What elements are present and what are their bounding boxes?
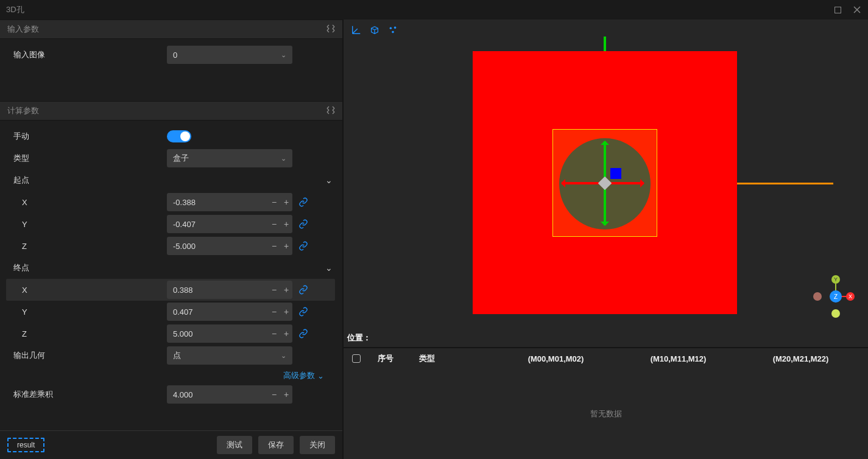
decrement-button[interactable]: − <box>268 219 280 229</box>
stddev-label: 标准差乘积 <box>9 389 167 400</box>
result-pill[interactable]: result <box>7 438 44 452</box>
close-button[interactable]: 关闭 <box>300 436 335 454</box>
axis-z-label: Z <box>9 329 167 338</box>
top-arrow <box>604 37 606 51</box>
advanced-params-link[interactable]: 高级参数 ⌄ <box>6 366 335 384</box>
position-label: 位置： <box>347 332 371 343</box>
manual-label: 手动 <box>9 131 167 142</box>
gizmo-neg-x[interactable] <box>813 292 822 301</box>
input-params-title: 输入参数 <box>7 24 39 35</box>
decrement-button[interactable]: − <box>268 241 280 251</box>
cube-icon[interactable] <box>369 24 380 35</box>
panel-footer: result 测试 保存 关闭 <box>0 430 342 459</box>
decrement-button[interactable]: − <box>268 285 280 295</box>
3d-viewport[interactable]: 位置： X Y Z <box>344 40 868 347</box>
output-geom-select[interactable]: 点 ⌄ <box>167 346 292 365</box>
axis-x-label: X <box>9 198 167 207</box>
gizmo-xy-plane[interactable] <box>610 168 621 179</box>
window-title: 3D孔 <box>6 4 833 15</box>
link-icon[interactable] <box>297 219 309 229</box>
input-params-header[interactable]: 输入参数 <box>0 19 342 39</box>
svg-point-4 <box>392 31 394 33</box>
start-group-header[interactable]: 起点 ⌄ <box>6 169 335 191</box>
horizon-line <box>737 183 833 184</box>
svg-point-3 <box>394 27 397 29</box>
gizmo-x[interactable]: X <box>846 292 855 301</box>
col-m0: (M00,M01,M02) <box>497 354 615 363</box>
chevron-down-icon: ⌄ <box>281 352 286 360</box>
save-button[interactable]: 保存 <box>258 436 294 454</box>
viewport-panel: 位置： X Y Z 序号 类型 (M00,M01,M02) (M10,M11,M… <box>344 19 868 459</box>
decrement-button[interactable]: − <box>268 197 280 207</box>
axes-icon[interactable] <box>351 24 362 35</box>
chevron-down-icon: ⌄ <box>281 155 286 163</box>
col-seq: 序号 <box>378 353 414 364</box>
decrement-button[interactable]: − <box>268 390 280 399</box>
gizmo-neg-y[interactable] <box>831 309 840 318</box>
decrement-button[interactable]: − <box>268 307 280 317</box>
link-icon[interactable] <box>297 285 309 295</box>
increment-button[interactable]: + <box>280 329 292 338</box>
window-maximize-button[interactable] <box>833 5 842 15</box>
view-orientation-gizmo[interactable]: X Y Z <box>813 274 857 321</box>
gizmo-y[interactable]: Y <box>831 275 840 284</box>
increment-button[interactable]: + <box>280 219 292 229</box>
select-all-checkbox[interactable] <box>352 354 361 363</box>
link-icon[interactable] <box>297 329 309 338</box>
increment-button[interactable]: + <box>280 307 292 317</box>
start-y-input[interactable]: -0.407 − + <box>167 215 292 233</box>
col-m2: (M20,M21,M22) <box>742 354 859 363</box>
col-m1: (M10,M11,M12) <box>619 354 737 363</box>
svg-point-2 <box>390 27 392 30</box>
title-bar: 3D孔 <box>0 0 868 19</box>
end-z-input[interactable]: 5.000 − + <box>167 324 292 343</box>
link-icon[interactable] <box>297 197 309 207</box>
test-button[interactable]: 测试 <box>217 436 252 454</box>
end-y-input[interactable]: 0.407 − + <box>167 303 292 321</box>
stddev-input[interactable]: 4.000 − + <box>167 385 292 404</box>
increment-button[interactable]: + <box>280 197 292 207</box>
input-image-select[interactable]: 0 ⌄ <box>167 46 292 64</box>
input-image-label: 输入图像 <box>9 49 167 60</box>
increment-button[interactable]: + <box>280 285 292 295</box>
calc-params-header[interactable]: 计算参数 <box>0 101 342 121</box>
collapse-icon[interactable] <box>326 106 335 116</box>
chevron-down-icon: ⌄ <box>281 51 286 59</box>
start-label: 起点 <box>9 175 167 186</box>
chevron-down-icon: ⌄ <box>325 263 333 273</box>
gizmo-z[interactable]: Z <box>830 290 842 303</box>
chevron-down-icon: ⌄ <box>317 371 324 380</box>
calc-params-title: 计算参数 <box>7 105 39 116</box>
collapse-icon[interactable] <box>326 24 335 35</box>
end-x-input[interactable]: 0.388 − + <box>167 281 292 299</box>
link-icon[interactable] <box>297 307 309 317</box>
table-header: 序号 类型 (M00,M01,M02) (M10,M11,M12) (M20,M… <box>344 348 868 369</box>
output-geom-label: 输出几何 <box>9 350 167 361</box>
increment-button[interactable]: + <box>280 241 292 251</box>
end-group-header[interactable]: 终点 ⌄ <box>6 257 335 279</box>
axis-y-label: Y <box>9 307 167 317</box>
parameters-panel: 输入参数 输入图像 0 ⌄ 计算参数 <box>0 19 344 459</box>
decrement-button[interactable]: − <box>268 329 280 338</box>
col-type: 类型 <box>419 353 492 364</box>
increment-button[interactable]: + <box>280 390 292 399</box>
axis-z-label: Z <box>9 242 167 251</box>
manual-toggle[interactable] <box>167 130 191 142</box>
start-z-input[interactable]: -5.000 − + <box>167 237 292 255</box>
points-icon[interactable] <box>387 24 398 35</box>
type-label: 类型 <box>9 153 167 164</box>
data-table-region: 序号 类型 (M00,M01,M02) (M10,M11,M12) (M20,M… <box>344 347 868 459</box>
window-close-button[interactable] <box>852 5 862 15</box>
axis-y-label: Y <box>9 220 167 229</box>
start-x-input[interactable]: -0.388 − + <box>167 193 292 211</box>
table-empty-message: 暂无数据 <box>344 369 868 459</box>
gizmo-y-axis-neg[interactable] <box>604 185 606 225</box>
type-select[interactable]: 盒子 ⌄ <box>167 149 292 167</box>
chevron-down-icon: ⌄ <box>325 175 333 185</box>
link-icon[interactable] <box>297 241 309 251</box>
end-label: 终点 <box>9 262 167 273</box>
axis-x-label: X <box>9 286 167 295</box>
